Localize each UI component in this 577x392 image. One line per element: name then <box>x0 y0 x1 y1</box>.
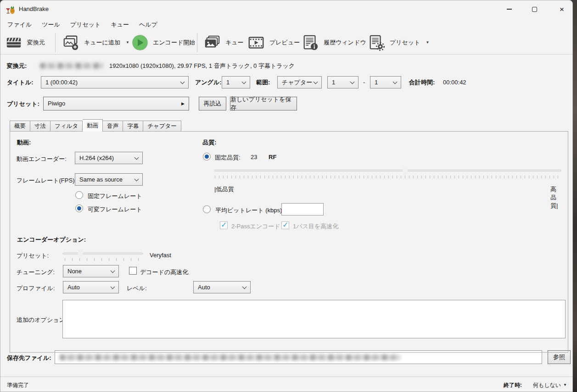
preset-dropdown-value: Piwigo <box>48 100 65 107</box>
destination-label: 保存先ファイル: <box>7 354 51 362</box>
queue-button[interactable]: キュー <box>200 31 247 54</box>
activity-window-label: 履歴ウィンドウ <box>324 39 366 47</box>
title-bar[interactable]: HandBrake × <box>0 0 572 18</box>
save-preset-label: 新しいプリセットを保存 <box>230 95 297 112</box>
tab-filters[interactable]: フィルタ <box>50 121 83 132</box>
range-dash: - <box>363 76 365 89</box>
toolbar-separator <box>55 33 56 52</box>
tab-audio[interactable]: 音声 <box>103 121 123 132</box>
tab-dimensions[interactable]: 寸法 <box>30 121 50 132</box>
menu-bar: ファイル ツール プリセット キュー ヘルプ <box>2 19 162 31</box>
preview-icon <box>247 34 265 51</box>
preview-button[interactable]: プレビュー <box>244 31 303 54</box>
range-to-dropdown[interactable]: 1 <box>370 76 401 88</box>
queue-icon <box>203 34 221 51</box>
when-done-dropdown-icon[interactable]: ▼ <box>563 383 567 387</box>
reload-preset-button[interactable]: 再読込 <box>199 97 226 110</box>
preset-label: プリセット: <box>7 100 39 108</box>
play-icon <box>132 34 148 51</box>
toolbar-separator <box>197 33 197 52</box>
range-from-dropdown[interactable]: 1 <box>327 76 359 88</box>
title-label: タイトル: <box>7 76 34 89</box>
source-button[interactable]: 変換元 <box>1 31 49 54</box>
chevron-down-icon <box>314 80 318 84</box>
total-duration-label: 合計時間: <box>409 76 435 89</box>
range-label: 範囲: <box>256 76 270 89</box>
title-dropdown[interactable]: 1 (00:00:42) <box>41 76 189 88</box>
tab-summary[interactable]: 概要 <box>10 121 30 132</box>
queue-label: キュー <box>225 39 244 47</box>
when-done-dropdown[interactable]: 何もしない <box>533 381 561 389</box>
chevron-down-icon <box>350 80 355 84</box>
presets-label: プリセット <box>390 39 420 47</box>
start-encode-button[interactable]: エンコード開始 <box>128 31 199 54</box>
app-logo-icon <box>5 4 16 15</box>
start-encode-label: エンコード開始 <box>153 39 195 47</box>
handbrake-window: HandBrake × ファイル ツール プリセット キュー ヘルプ <box>0 0 573 392</box>
source-filename-redacted <box>40 63 103 69</box>
video-tab-panel <box>10 131 568 353</box>
chevron-down-icon <box>242 80 246 84</box>
menu-item-tools[interactable]: ツール <box>37 19 65 31</box>
destination-path-redacted <box>60 354 400 360</box>
range-type-value: チャプター <box>282 79 312 86</box>
source-details: 1920x1080 (1920x1080), 29.97 FPS, 1 音声トラ… <box>109 62 295 70</box>
activity-window-button[interactable]: 履歴ウィンドウ <box>298 31 370 54</box>
preview-label: プレビュー <box>269 39 300 47</box>
menu-item-file[interactable]: ファイル <box>2 19 37 31</box>
chevron-down-icon <box>393 80 398 84</box>
title-dropdown-value: 1 (00:00:42) <box>45 79 78 86</box>
minimize-button[interactable] <box>499 0 520 18</box>
clapperboard-icon <box>5 34 22 51</box>
close-button[interactable]: × <box>551 0 572 18</box>
when-done-label: 終了時: <box>504 381 522 389</box>
angle-label: アングル: <box>195 76 222 89</box>
status-bar: 準備完了 終了時: 何もしない ▼ <box>0 376 572 392</box>
source-label: 変換元: <box>7 62 27 70</box>
menu-item-queue[interactable]: キュー <box>106 19 134 31</box>
browse-button-label: 参照 <box>553 353 565 361</box>
angle-dropdown-value: 1 <box>226 79 230 86</box>
range-type-dropdown[interactable]: チャプター <box>277 76 322 88</box>
save-preset-button[interactable]: 新しいプリセットを保存 <box>230 97 297 110</box>
status-text: 準備完了 <box>7 381 29 389</box>
chevron-down-icon <box>180 80 185 84</box>
range-from-value: 1 <box>332 79 335 86</box>
angle-dropdown[interactable]: 1 <box>222 76 250 88</box>
presets-button[interactable]: プリセット ▼ <box>364 31 433 54</box>
add-to-queue-icon <box>62 34 79 51</box>
maximize-icon <box>532 7 537 12</box>
expand-right-icon: ▶ <box>181 97 185 110</box>
reload-preset-label: 再読込 <box>204 99 222 108</box>
activity-log-icon <box>302 34 319 51</box>
tab-video[interactable]: 動画 <box>83 119 103 132</box>
source-button-label: 変換元 <box>27 39 45 47</box>
window-title: HandBrake <box>19 6 49 12</box>
settings-tabstrip: 概要 寸法 フィルタ 動画 音声 字幕 チャプター <box>10 119 181 132</box>
presets-icon <box>368 34 385 51</box>
toolbar: 変換元 キューに追加 ▼ <box>0 31 572 55</box>
range-to-value: 1 <box>375 79 378 86</box>
total-duration-value: 00:00:42 <box>443 76 466 89</box>
tab-chapters[interactable]: チャプター <box>143 121 181 132</box>
tab-subtitles[interactable]: 字幕 <box>123 121 143 132</box>
add-to-queue-button[interactable]: キューに追加 ▼ <box>58 31 133 54</box>
minimize-icon <box>507 9 512 10</box>
menu-item-presets[interactable]: プリセット <box>65 19 106 31</box>
add-to-queue-label: キューに追加 <box>84 39 120 47</box>
presets-dropdown-icon[interactable]: ▼ <box>426 40 430 44</box>
close-icon: × <box>560 6 564 13</box>
preset-dropdown[interactable]: Piwigo ▶ <box>43 97 189 110</box>
menu-item-help[interactable]: ヘルプ <box>134 19 162 31</box>
maximize-button[interactable] <box>524 0 545 18</box>
